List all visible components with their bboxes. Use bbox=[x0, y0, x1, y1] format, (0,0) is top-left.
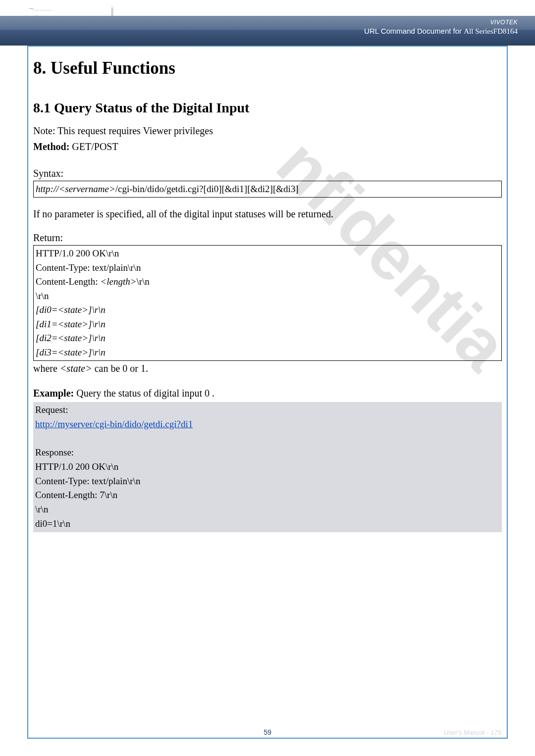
response-line-2: Content-Type: text/plain\r\n bbox=[35, 474, 500, 489]
example-line: Example: Query the status of digital inp… bbox=[33, 386, 502, 401]
response-line-4: \r\n bbox=[35, 503, 500, 517]
response-line-1: HTTP/1.0 200 OK\r\n bbox=[35, 460, 500, 474]
method-value: GET/POST bbox=[69, 141, 118, 152]
response-label: Response: bbox=[35, 446, 500, 460]
return-line-8: [di3=<state>]\r\n bbox=[36, 346, 499, 360]
example-text: Query the status of digital input 0 . bbox=[74, 388, 214, 399]
return-label: Return: bbox=[33, 230, 502, 245]
where-line: where <state> can be 0 or 1. bbox=[33, 361, 502, 376]
response-line-5: di0=1\r\n bbox=[35, 517, 500, 531]
header-brand: VIVOTEK bbox=[0, 19, 518, 26]
heading-h2: 8.1 Query Status of the Digital Input bbox=[33, 98, 502, 118]
syntax-box: http://<servername>/cgi-bin/dido/getdi.c… bbox=[33, 181, 502, 198]
header-subtitle-series: All Series bbox=[464, 27, 493, 35]
return-line-3: Content-Length: <length>\r\n bbox=[36, 275, 499, 289]
return-line-7: [di2=<state>]\r\n bbox=[36, 331, 499, 346]
content-border: nfidentia 8. Useful Functions 8.1 Query … bbox=[27, 46, 508, 739]
method-line: Method: GET/POST bbox=[33, 139, 502, 154]
header-subtitle-prefix: URL Command Document for bbox=[364, 27, 464, 35]
header-bar: VIVOTEK URL Command Document for All Ser… bbox=[0, 16, 535, 46]
example-label: Example: bbox=[33, 388, 74, 399]
return-line-5: [di0=<state>]\r\n bbox=[36, 303, 499, 317]
return-box: HTTP/1.0 200 OK\r\n Content-Type: text/p… bbox=[33, 245, 502, 361]
request-label: Request: bbox=[35, 403, 500, 417]
syntax-url-path: /cgi-bin/dido/getdi.cgi?[di0][&di1][&di2… bbox=[115, 184, 299, 194]
response-line-3: Content-Length: 7\r\n bbox=[35, 488, 500, 503]
header-subtitle: URL Command Document for All SeriesFD816… bbox=[0, 27, 518, 36]
return-line-4: \r\n bbox=[36, 289, 499, 303]
return-line-6: [di1=<state>]\r\n bbox=[36, 317, 499, 332]
no-param-text: If no parameter is specified, all of the… bbox=[33, 206, 502, 221]
note-text: Note: This request requires Viewer privi… bbox=[33, 123, 502, 138]
request-response-box: Request: http://myserver/cgi-bin/dido/ge… bbox=[33, 402, 502, 532]
request-url-link[interactable]: http://myserver/cgi-bin/dido/getdi.cgi?d… bbox=[35, 419, 193, 429]
method-label: Method: bbox=[33, 141, 69, 152]
header-subtitle-model: FD8164 bbox=[493, 27, 518, 35]
syntax-url: http://<servername> bbox=[36, 184, 115, 194]
heading-h1: 8. Useful Functions bbox=[33, 55, 502, 82]
syntax-label: Syntax: bbox=[33, 166, 502, 181]
footer-right: User's Manual - 175 bbox=[444, 729, 501, 736]
return-line-2: Content-Type: text/plain\r\n bbox=[36, 261, 499, 275]
return-line-1: HTTP/1.0 200 OK\r\n bbox=[36, 247, 499, 261]
